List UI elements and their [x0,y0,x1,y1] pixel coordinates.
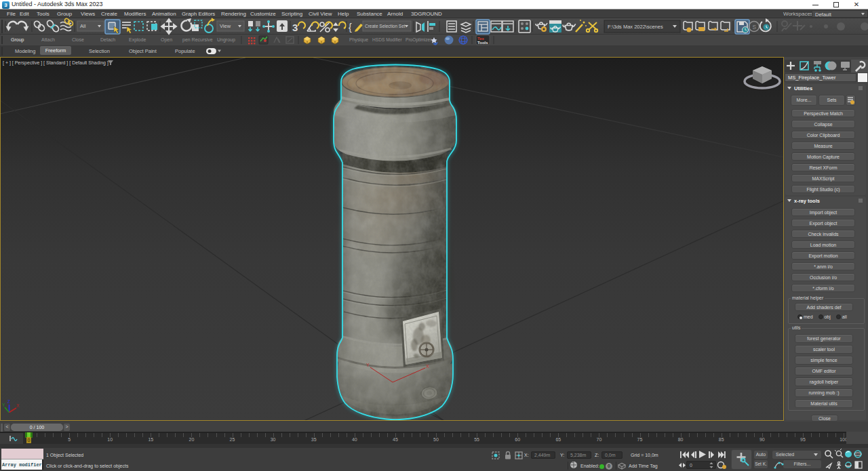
svg-text:S: S [753,24,757,30]
svg-text:Tools: Tools [477,41,488,45]
svg-text:{: { [349,22,352,33]
svg-text:All: All [80,23,86,29]
svg-text:Create Selection Set: Create Selection Set [365,24,406,28]
svg-text:3: 3 [292,22,298,33]
svg-text:View: View [220,23,231,29]
svg-text:F:\3ds Max 2022\scenes: F:\3ds Max 2022\scenes [608,24,663,30]
